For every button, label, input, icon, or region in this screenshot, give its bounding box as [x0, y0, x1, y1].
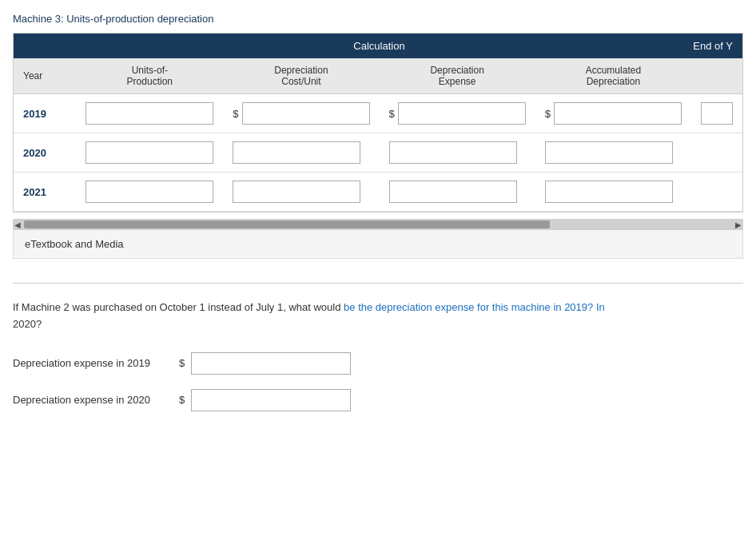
- question-text: If Machine 2 was purchased on October 1 …: [13, 300, 743, 333]
- extra-2019-input[interactable]: [701, 102, 733, 125]
- accum-dep-2021-cell: [535, 173, 691, 212]
- dep-exp-2020-label: Depreciation expense in 2020: [13, 394, 173, 406]
- end-header: End of Y: [535, 34, 742, 58]
- dollar-sign-1: $: [233, 108, 238, 120]
- dep-exp-2019-answer-input[interactable]: [191, 352, 351, 375]
- table-header-sub: Year Units-of-Production DepreciationCos…: [14, 58, 742, 94]
- year-2020: 2020: [14, 133, 76, 173]
- cost-unit-col-header: DepreciationCost/Unit: [223, 58, 379, 94]
- dep-exp-2019-cell: $: [380, 94, 535, 133]
- scroll-right-arrow[interactable]: ▶: [735, 220, 742, 229]
- accum-dep-2019-cell: $: [535, 94, 691, 133]
- accum-dep-col-header: AccumulatedDepreciation: [535, 58, 691, 94]
- extra-2019-cell: [691, 94, 742, 133]
- units-col-header: Units-of-Production: [76, 58, 223, 94]
- accum-dep-2021-input[interactable]: [545, 181, 673, 203]
- etextbook-bar: eTextbook and Media: [13, 230, 743, 259]
- table-row: 2021: [14, 173, 742, 212]
- extra-2020-cell: [691, 133, 742, 173]
- accum-dep-2019-input[interactable]: [554, 102, 682, 125]
- question-highlight: be the depreciation expense for this mac…: [344, 301, 605, 313]
- cost-unit-2021-cell: [223, 173, 379, 212]
- horizontal-scrollbar[interactable]: ◀ ▶: [13, 219, 743, 230]
- table-row: 2019 $ $: [14, 94, 742, 133]
- dep-exp-2020-input[interactable]: [389, 141, 517, 164]
- cost-unit-2019-input[interactable]: [242, 102, 370, 125]
- dep-exp-col-header: DepreciationExpense: [380, 58, 535, 94]
- empty-header-1: [14, 34, 76, 58]
- cost-unit-2019-cell: $: [223, 94, 379, 133]
- form-row-2019: Depreciation expense in 2019 $: [13, 352, 743, 375]
- section-divider: [13, 283, 743, 284]
- table-row: 2020: [14, 133, 742, 173]
- depreciation-table-wrapper: Calculation End of Y Year Units-of-Produ…: [13, 33, 743, 212]
- units-2019-cell: [76, 94, 223, 133]
- units-2021-input[interactable]: [86, 181, 213, 203]
- form-row-2020: Depreciation expense in 2020 $: [13, 389, 743, 411]
- dep-exp-2020-answer-input[interactable]: [191, 389, 351, 411]
- dollar-sign-2: $: [389, 108, 395, 120]
- dep-exp-2019-input[interactable]: [398, 102, 526, 125]
- units-2020-cell: [76, 133, 223, 173]
- scroll-left-arrow[interactable]: ◀: [14, 220, 21, 229]
- year-col-header: Year: [14, 58, 76, 94]
- accum-dep-2020-cell: [535, 133, 691, 173]
- dollar-sign-3: $: [545, 108, 551, 120]
- table-header-top: Calculation End of Y: [14, 34, 742, 58]
- depreciation-form: Depreciation expense in 2019 $ Depreciat…: [13, 352, 743, 411]
- question-part2: 2020?: [13, 318, 42, 330]
- units-2021-cell: [76, 173, 223, 212]
- depreciation-table: Calculation End of Y Year Units-of-Produ…: [14, 34, 742, 212]
- dollar-sign-form-2019: $: [179, 357, 185, 369]
- scrollbar-thumb[interactable]: [24, 220, 550, 228]
- question-part1: If Machine 2 was purchased on October 1 …: [13, 301, 344, 313]
- calc-header: Calculation: [223, 34, 535, 58]
- year-2019: 2019: [14, 94, 76, 133]
- year-2021: 2021: [14, 173, 76, 212]
- dep-exp-2020-cell: [380, 133, 535, 173]
- cost-unit-2020-cell: [223, 133, 379, 173]
- dep-exp-2019-label: Depreciation expense in 2019: [13, 357, 173, 369]
- units-2019-input[interactable]: [86, 102, 213, 125]
- cost-unit-2021-input[interactable]: [233, 181, 360, 203]
- etextbook-label: eTextbook and Media: [25, 238, 124, 250]
- accum-dep-2020-input[interactable]: [545, 141, 673, 164]
- dep-exp-2021-cell: [380, 173, 535, 212]
- dep-exp-2021-input[interactable]: [389, 181, 517, 203]
- units-2020-input[interactable]: [86, 141, 213, 164]
- cost-unit-2020-input[interactable]: [233, 141, 360, 164]
- empty-header-2: [76, 34, 223, 58]
- extra-2021-cell: [691, 173, 742, 212]
- page-title: Machine 3: Units-of-production depreciat…: [13, 13, 743, 25]
- dollar-sign-form-2020: $: [179, 394, 185, 406]
- extra-col-header: [691, 58, 742, 94]
